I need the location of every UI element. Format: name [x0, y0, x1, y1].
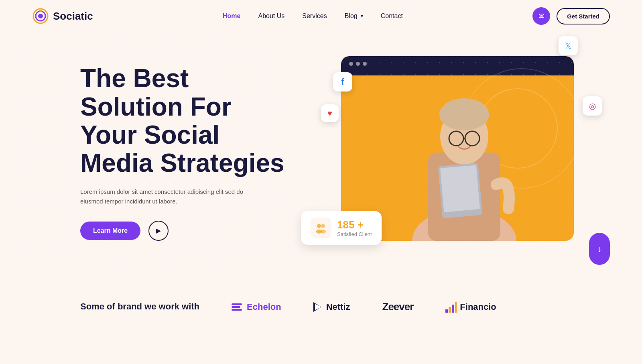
instagram-icon-float: ◎	[583, 96, 602, 116]
email-button[interactable]: ✉	[532, 7, 550, 25]
hero-actions: Learn More ▶	[80, 221, 289, 241]
heart-icon: ♥	[327, 109, 332, 118]
brands-title: Some of brand we work with	[80, 301, 199, 313]
nav-blog[interactable]: Blog ▾	[345, 12, 363, 20]
instagram-icon: ◎	[589, 101, 596, 111]
brand-financio: Financio	[445, 301, 496, 313]
svg-rect-22	[445, 309, 448, 313]
browser-dots	[349, 62, 367, 66]
svg-rect-18	[232, 306, 240, 308]
svg-rect-17	[232, 303, 242, 305]
twitter-icon-float: 𝕏	[559, 36, 578, 55]
brand-echelon: Echelon	[232, 302, 281, 312]
svg-rect-24	[452, 305, 454, 313]
nav-about[interactable]: About Us	[258, 12, 284, 19]
echelon-icon	[232, 303, 244, 311]
satisfied-label: Satisfied Client	[337, 231, 372, 237]
nettiz-icon	[313, 302, 323, 312]
svg-point-3	[39, 10, 42, 12]
nav-right: ✉ Get Started	[532, 7, 610, 25]
satisfied-number: 185 +	[337, 219, 372, 231]
brands-section: Some of brand we work with Echelon Netti…	[0, 281, 642, 332]
satisfied-text: 185 + Satisfied Client	[337, 219, 372, 237]
navbar: Sociatic Home About Us Services Blog ▾ C…	[0, 0, 642, 32]
email-icon: ✉	[538, 12, 544, 20]
nav-contact[interactable]: Contact	[381, 12, 403, 19]
svg-rect-12	[440, 165, 480, 212]
learn-more-button[interactable]: Learn More	[80, 222, 140, 240]
hero-content: The Best Solution For Your Social Media …	[80, 64, 289, 241]
satisfied-card: 185 + Satisfied Client	[301, 211, 382, 245]
hero-description: Lorem ipsum dolor sit amet consectetur a…	[80, 187, 249, 206]
svg-rect-19	[232, 309, 242, 311]
twitter-icon: 𝕏	[565, 41, 571, 51]
svg-point-7	[439, 98, 489, 130]
brand-zeever: Zeever	[382, 301, 414, 313]
scroll-down-button[interactable]: ↓	[589, 233, 610, 265]
financio-icon	[445, 301, 457, 313]
svg-rect-25	[455, 302, 457, 313]
play-icon: ▶	[156, 227, 161, 234]
get-started-button[interactable]: Get Started	[557, 8, 610, 24]
hero-image-area: f 𝕏 ♥ ◎ 185 +	[309, 48, 610, 257]
nav-links: Home About Us Services Blog ▾ Contact	[223, 12, 403, 20]
svg-point-14	[321, 224, 325, 228]
people-icon	[315, 222, 327, 234]
svg-point-16	[320, 230, 326, 234]
svg-point-13	[317, 224, 321, 228]
logo-text: Sociatic	[53, 10, 93, 22]
satisfied-icon	[311, 218, 331, 238]
dot-1	[349, 62, 353, 66]
logo[interactable]: Sociatic	[32, 8, 93, 24]
chevron-down-icon: ▾	[361, 13, 363, 19]
hero-title: The Best Solution For Your Social Media …	[80, 64, 289, 177]
brands-logos: Echelon Nettiz Zeever Financio	[232, 301, 562, 313]
facebook-icon: f	[341, 77, 344, 87]
svg-rect-23	[449, 307, 451, 313]
play-button[interactable]: ▶	[148, 221, 169, 241]
svg-point-2	[38, 14, 43, 18]
facebook-icon-float: f	[333, 72, 352, 92]
svg-marker-21	[315, 304, 321, 310]
dot-2	[356, 62, 360, 66]
heart-icon-float: ♥	[321, 104, 339, 122]
nav-home[interactable]: Home	[223, 12, 240, 19]
hero-section: The Best Solution For Your Social Media …	[0, 32, 642, 281]
arrow-down-icon: ↓	[597, 244, 601, 254]
brand-nettiz: Nettiz	[313, 302, 350, 312]
nav-services[interactable]: Services	[302, 12, 327, 19]
dot-3	[363, 62, 367, 66]
